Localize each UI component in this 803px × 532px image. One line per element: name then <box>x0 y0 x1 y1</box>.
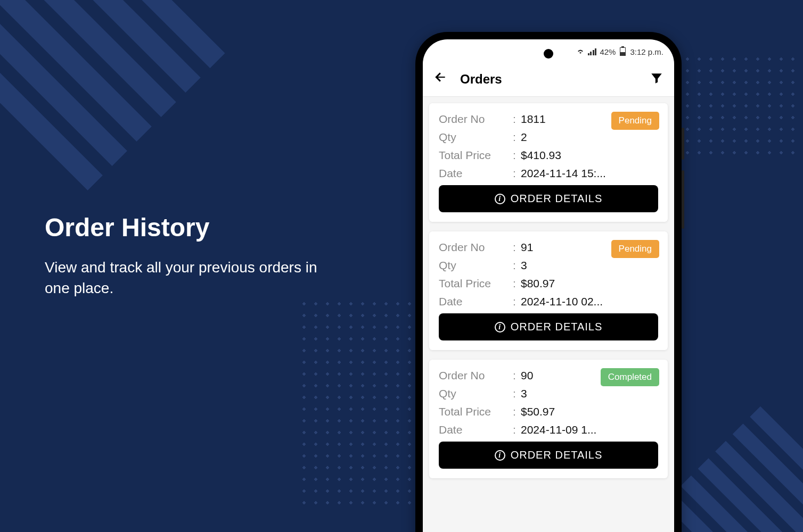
value-total_price: $50.97 <box>521 405 555 418</box>
battery-percent: 42% <box>600 47 616 56</box>
bg-stripes-top <box>0 0 225 204</box>
status-badge: Pending <box>611 112 659 130</box>
order-row-qty: Qty:3 <box>439 259 658 272</box>
colon: : <box>508 405 521 418</box>
label-date: Date <box>439 423 508 436</box>
wifi-icon <box>576 47 585 56</box>
battery-icon <box>620 47 626 56</box>
label-date: Date <box>439 295 508 308</box>
page-title: Orders <box>460 72 650 87</box>
colon: : <box>508 131 521 144</box>
label-order_no: Order No <box>439 241 508 254</box>
colon: : <box>508 259 521 272</box>
label-date: Date <box>439 167 508 180</box>
colon: : <box>508 295 521 308</box>
order-row-total_price: Total Price:$410.93 <box>439 149 658 162</box>
order-card: Order No:91Qty:3Total Price:$80.97Date:2… <box>429 231 668 350</box>
colon: : <box>508 241 521 254</box>
colon: : <box>508 277 521 290</box>
value-date: 2024-11-09 1... <box>521 423 596 436</box>
order-row-qty: Qty:2 <box>439 131 658 144</box>
label-order_no: Order No <box>439 369 508 382</box>
label-total_price: Total Price <box>439 149 508 162</box>
value-qty: 3 <box>521 259 527 272</box>
colon: : <box>508 149 521 162</box>
value-total_price: $80.97 <box>521 277 555 290</box>
label-total_price: Total Price <box>439 277 508 290</box>
bg-dots-top <box>670 53 803 154</box>
value-qty: 3 <box>521 387 527 400</box>
order-details-button[interactable]: ORDER DETAILS <box>439 442 658 469</box>
phone-notch <box>544 49 553 59</box>
app-bar: Orders <box>423 64 674 97</box>
info-icon <box>495 322 505 332</box>
value-qty: 2 <box>521 131 527 144</box>
phone-frame: 42% 3:12 p.m. Orders Order No:1811Qty:2T… <box>415 32 682 532</box>
value-order_no: 1811 <box>521 113 546 126</box>
info-icon <box>495 194 505 204</box>
order-details-label: ORDER DETAILS <box>511 193 603 205</box>
label-total_price: Total Price <box>439 405 508 418</box>
info-icon <box>495 450 505 461</box>
hero-title: Order History <box>45 213 322 242</box>
filter-button[interactable] <box>650 71 663 87</box>
order-row-total_price: Total Price:$80.97 <box>439 277 658 290</box>
order-row-date: Date:2024-11-10 02... <box>439 295 658 308</box>
colon: : <box>508 113 521 126</box>
order-details-button[interactable]: ORDER DETAILS <box>439 185 658 212</box>
label-qty: Qty <box>439 131 508 144</box>
order-card: Order No:1811Qty:2Total Price:$410.93Dat… <box>429 103 668 222</box>
phone-screen: 42% 3:12 p.m. Orders Order No:1811Qty:2T… <box>423 39 674 532</box>
order-details-button[interactable]: ORDER DETAILS <box>439 313 658 340</box>
label-qty: Qty <box>439 259 508 272</box>
value-total_price: $410.93 <box>521 149 561 162</box>
status-badge: Completed <box>601 368 659 386</box>
colon: : <box>508 423 521 436</box>
value-date: 2024-11-14 15:... <box>521 167 606 180</box>
label-order_no: Order No <box>439 113 508 126</box>
colon: : <box>508 387 521 400</box>
value-date: 2024-11-10 02... <box>521 295 603 308</box>
value-order_no: 90 <box>521 369 533 382</box>
order-row-qty: Qty:3 <box>439 387 658 400</box>
status-badge: Pending <box>611 240 659 258</box>
order-row-total_price: Total Price:$50.97 <box>439 405 658 418</box>
phone-side-button <box>682 128 684 160</box>
hero-subtitle: View and track all your previous orders … <box>45 257 322 298</box>
colon: : <box>508 167 521 180</box>
phone-side-button <box>682 170 684 229</box>
colon: : <box>508 369 521 382</box>
order-row-date: Date:2024-11-14 15:... <box>439 167 658 180</box>
signal-icon <box>588 48 597 55</box>
clock-time: 3:12 p.m. <box>630 47 663 56</box>
value-order_no: 91 <box>521 241 533 254</box>
order-card: Order No:90Qty:3Total Price:$50.97Date:2… <box>429 360 668 478</box>
back-button[interactable] <box>433 70 447 88</box>
orders-list[interactable]: Order No:1811Qty:2Total Price:$410.93Dat… <box>423 97 674 532</box>
order-details-label: ORDER DETAILS <box>511 321 603 333</box>
hero-text: Order History View and track all your pr… <box>45 213 322 298</box>
label-qty: Qty <box>439 387 508 400</box>
order-row-date: Date:2024-11-09 1... <box>439 423 658 436</box>
order-details-label: ORDER DETAILS <box>511 449 603 461</box>
